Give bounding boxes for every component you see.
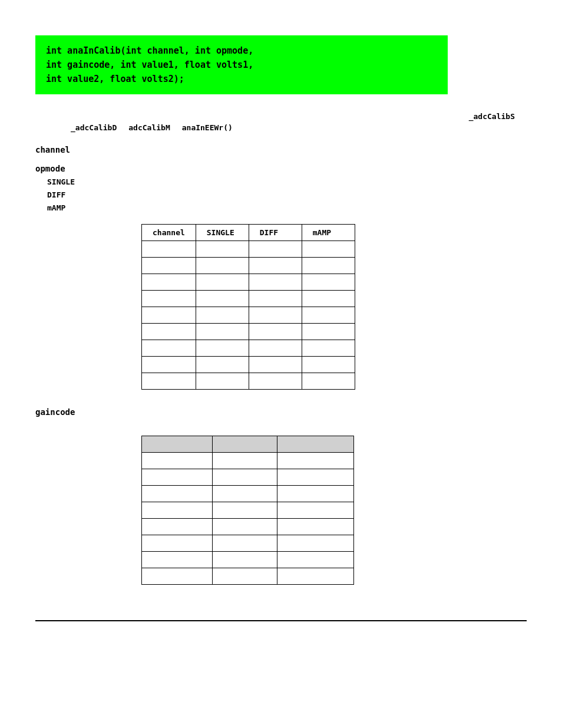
related-links: _adcCalibD adcCalibM anaInEEWr() — [35, 123, 527, 132]
bottom-rule — [35, 620, 527, 621]
table-row — [142, 357, 355, 373]
channel-table-header-single: SINGLE — [196, 225, 249, 241]
table-row — [142, 552, 354, 568]
gaincode-table-header-col1 — [142, 436, 213, 453]
signature-line1: int anaInCalib(int channel, int opmode, — [46, 44, 437, 58]
gaincode-table-header-col3 — [277, 436, 354, 453]
opmode-mamp: mAMP — [47, 202, 527, 215]
channel-param-name: channel — [35, 145, 527, 154]
table-row — [142, 469, 354, 486]
table-row — [142, 486, 354, 502]
gaincode-param-section: gaincode — [35, 407, 527, 417]
opmode-diff: DIFF — [47, 189, 527, 202]
see-also-label: _adcCalibS — [469, 112, 515, 121]
channel-table-header-channel: channel — [142, 225, 196, 241]
gaincode-param-name: gaincode — [35, 407, 527, 417]
table-row — [142, 535, 354, 552]
see-also-section: _adcCalibS — [35, 112, 527, 121]
table-row — [142, 568, 354, 585]
table-row — [142, 274, 355, 291]
table-row — [142, 241, 355, 258]
gaincode-table — [141, 436, 354, 585]
table-row — [142, 340, 355, 357]
table-row — [142, 519, 354, 535]
channel-table-header-diff: DIFF — [249, 225, 302, 241]
opmode-single: SINGLE — [47, 176, 527, 189]
related-link-anaineewr[interactable]: anaInEEWr() — [182, 123, 233, 132]
table-row — [142, 453, 354, 469]
table-row — [142, 307, 355, 324]
related-link-adccalibm[interactable]: adcCalibM — [128, 123, 170, 132]
related-link-adccalibd[interactable]: _adcCalibD — [71, 123, 117, 132]
channel-table-header-mamp: mAMP — [302, 225, 355, 241]
function-signature: int anaInCalib(int channel, int opmode, … — [35, 35, 448, 94]
table-row — [142, 291, 355, 307]
table-row — [142, 373, 355, 390]
signature-line2: int gaincode, int value1, float volts1, — [46, 58, 437, 72]
table-row — [142, 502, 354, 519]
gaincode-table-header-col2 — [213, 436, 277, 453]
table-row — [142, 258, 355, 274]
opmode-param-section: opmode SINGLE DIFF mAMP — [35, 164, 527, 215]
table-row — [142, 324, 355, 340]
signature-line3: int value2, float volts2); — [46, 72, 437, 86]
opmode-param-name: opmode — [35, 164, 527, 173]
opmode-values: SINGLE DIFF mAMP — [35, 176, 527, 215]
channel-param-section: channel — [35, 145, 527, 154]
channel-table: channel SINGLE DIFF mAMP — [141, 224, 355, 390]
